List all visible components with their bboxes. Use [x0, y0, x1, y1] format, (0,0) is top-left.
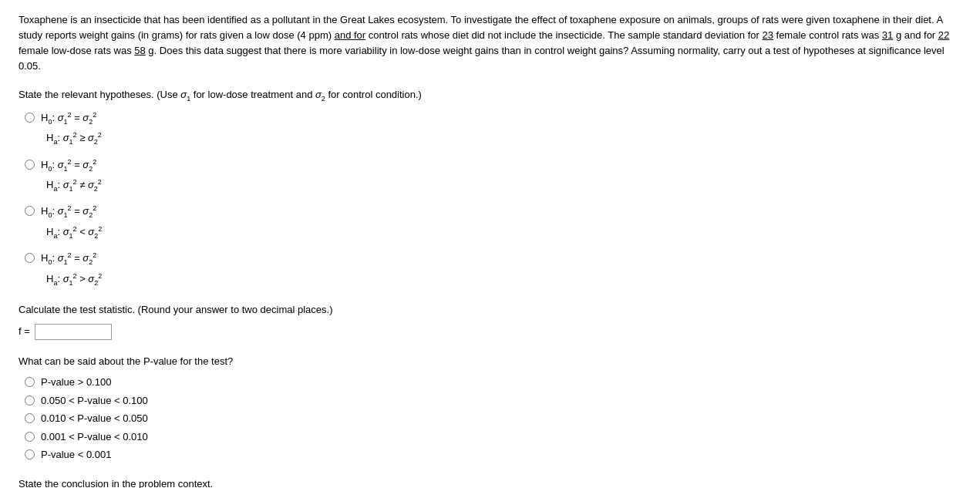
- hypothesis-alt-3: Ha: σ12 < σ22: [46, 224, 961, 241]
- hypothesis-alt-4: Ha: σ12 > σ22: [46, 271, 961, 288]
- p-value-radio-4[interactable]: [25, 432, 35, 442]
- p-value-option-1[interactable]: P-value > 0.100: [25, 375, 961, 390]
- hypothesis-radio-input-4[interactable]: [25, 253, 35, 263]
- p-value-option-3[interactable]: 0.010 < P-value < 0.050: [25, 411, 961, 426]
- hypothesis-block-4: H0: σ12 = σ22 Ha: σ12 > σ22: [25, 251, 961, 288]
- hypothesis-radio-input-2[interactable]: [25, 160, 35, 170]
- hypothesis-null-3: H0: σ12 = σ22: [41, 204, 96, 220]
- p-value-radio-3[interactable]: [25, 413, 35, 423]
- test-statistic-label: Calculate the test statistic. (Round you…: [19, 302, 961, 318]
- test-statistic-section: Calculate the test statistic. (Round you…: [19, 302, 961, 340]
- f-label: f =: [19, 324, 30, 339]
- f-value-input[interactable]: [35, 324, 112, 340]
- hypothesis-radio-input-1[interactable]: [25, 113, 35, 123]
- p-value-radio-2[interactable]: [25, 395, 35, 406]
- intro-paragraph: Toxaphene is an insecticide that has bee…: [19, 12, 961, 75]
- hypothesis-null-1: H0: σ12 = σ22: [41, 110, 96, 127]
- p-value-label-1: P-value > 0.100: [41, 375, 111, 390]
- conclusion-label: State the conclusion in the problem cont…: [19, 476, 961, 488]
- p-value-option-5[interactable]: P-value < 0.001: [25, 447, 961, 463]
- p-value-option-2[interactable]: 0.050 < P-value < 0.100: [25, 393, 961, 409]
- hypothesis-block-1: H0: σ12 = σ22 Ha: σ12 ≥ σ22: [25, 110, 961, 148]
- hypothesis-radio-3[interactable]: H0: σ12 = σ22: [25, 204, 961, 220]
- f-input-row: f =: [19, 324, 961, 340]
- p-value-radio-group: P-value > 0.100 0.050 < P-value < 0.100 …: [25, 375, 961, 463]
- hypothesis-radio-1[interactable]: H0: σ12 = σ22: [25, 110, 961, 127]
- p-value-radio-5[interactable]: [25, 449, 35, 459]
- hypotheses-label: State the relevant hypotheses. (Use σ1 f…: [19, 87, 961, 104]
- p-value-label-5: P-value < 0.001: [41, 447, 111, 463]
- p-value-label: What can be said about the P-value for t…: [19, 354, 961, 369]
- p-value-label-2: 0.050 < P-value < 0.100: [41, 393, 148, 409]
- hypothesis-block-2: H0: σ12 = σ22 Ha: σ12 ≠ σ22: [25, 157, 961, 195]
- hypothesis-block-3: H0: σ12 = σ22 Ha: σ12 < σ22: [25, 204, 961, 241]
- hypothesis-null-4: H0: σ12 = σ22: [41, 251, 96, 268]
- conclusion-section: State the conclusion in the problem cont…: [19, 476, 961, 488]
- hypothesis-radio-input-3[interactable]: [25, 206, 35, 216]
- hypothesis-alt-2: Ha: σ12 ≠ σ22: [46, 177, 961, 194]
- p-value-label-4: 0.001 < P-value < 0.010: [41, 429, 148, 445]
- p-value-section: What can be said about the P-value for t…: [19, 354, 961, 463]
- hypothesis-null-2: H0: σ12 = σ22: [41, 157, 96, 174]
- p-value-label-3: 0.010 < P-value < 0.050: [41, 411, 148, 426]
- hypothesis-radio-4[interactable]: H0: σ12 = σ22: [25, 251, 961, 268]
- hypothesis-radio-2[interactable]: H0: σ12 = σ22: [25, 157, 961, 174]
- hypothesis-alt-1: Ha: σ12 ≥ σ22: [46, 130, 961, 147]
- hypotheses-section: State the relevant hypotheses. (Use σ1 f…: [19, 87, 961, 288]
- hypotheses-radio-group: H0: σ12 = σ22 Ha: σ12 ≥ σ22 H0: σ12 = σ2…: [25, 110, 961, 288]
- p-value-option-4[interactable]: 0.001 < P-value < 0.010: [25, 429, 961, 445]
- p-value-radio-1[interactable]: [25, 377, 35, 387]
